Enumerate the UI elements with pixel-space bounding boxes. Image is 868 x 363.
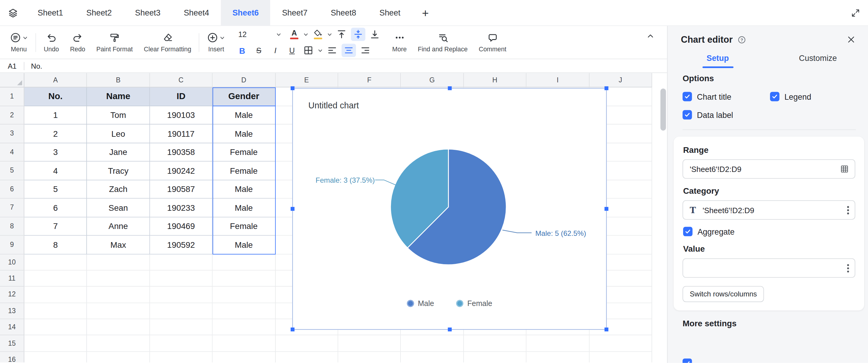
cell[interactable] xyxy=(213,319,275,335)
sheet-tab-sheet6[interactable]: Sheet6 xyxy=(221,0,270,26)
row-header-4[interactable]: 4 xyxy=(0,143,25,162)
cell[interactable]: Zach xyxy=(87,180,150,199)
cell[interactable] xyxy=(213,254,275,270)
column-header-f[interactable]: F xyxy=(338,73,401,88)
cell[interactable] xyxy=(150,335,213,352)
insert-button[interactable]: Insert xyxy=(202,26,230,59)
help-icon[interactable]: ? xyxy=(737,35,746,44)
cell[interactable] xyxy=(150,319,213,335)
category-menu-icon[interactable] xyxy=(847,206,849,214)
expand-icon[interactable] xyxy=(851,8,861,18)
row-header-5[interactable]: 5 xyxy=(0,162,25,180)
cell[interactable]: Name xyxy=(87,88,150,106)
align-left-button[interactable] xyxy=(325,43,340,57)
collapse-toolbar-icon[interactable] xyxy=(646,32,655,41)
aggregate-checkbox[interactable]: Aggregate xyxy=(683,227,855,236)
row-header-2[interactable]: 2 xyxy=(0,106,25,125)
column-header-a[interactable]: A xyxy=(25,73,87,88)
cell[interactable] xyxy=(87,352,150,362)
cell[interactable] xyxy=(25,319,87,335)
add-sheet-button[interactable]: + xyxy=(419,6,432,19)
cell[interactable]: Male xyxy=(213,199,275,217)
vertical-scrollbar[interactable] xyxy=(660,89,666,359)
cell[interactable]: 8 xyxy=(25,236,87,254)
cell[interactable]: Sean xyxy=(87,199,150,217)
sheet-tab-sheet4[interactable]: Sheet4 xyxy=(172,0,221,26)
chart-resize-handle[interactable] xyxy=(447,328,451,331)
cell[interactable]: 190469 xyxy=(150,217,213,235)
row-header-16[interactable]: 16 xyxy=(0,352,25,362)
category-input[interactable]: T 'Sheet6'!D2:D9 xyxy=(683,200,855,220)
cell[interactable] xyxy=(25,303,87,319)
switch-rows-columns-button[interactable]: Switch rows/columns xyxy=(683,286,764,302)
row-header-7[interactable]: 7 xyxy=(0,199,25,217)
column-header-i[interactable]: I xyxy=(527,73,589,88)
row-header-6[interactable]: 6 xyxy=(0,180,25,199)
chevron-down-icon[interactable] xyxy=(304,32,309,37)
cell[interactable] xyxy=(150,270,213,287)
cell[interactable] xyxy=(464,335,527,352)
cell[interactable] xyxy=(25,270,87,287)
column-header-e[interactable]: E xyxy=(275,73,338,88)
tab-customize[interactable]: Customize xyxy=(768,51,868,68)
cell[interactable]: Tom xyxy=(87,106,150,125)
value-menu-icon[interactable] xyxy=(847,264,849,272)
column-header-g[interactable]: G xyxy=(401,73,464,88)
clear-formatting-button[interactable]: Clear Formatting xyxy=(138,26,197,59)
formula-input[interactable]: No. xyxy=(25,62,42,70)
column-header-j[interactable]: J xyxy=(589,73,652,88)
cell[interactable]: 190103 xyxy=(150,106,213,125)
cell[interactable] xyxy=(213,303,275,319)
cell[interactable]: Male xyxy=(213,180,275,199)
cell[interactable]: 1 xyxy=(25,106,87,125)
text-color-button[interactable]: A xyxy=(287,28,301,41)
cell[interactable] xyxy=(87,303,150,319)
bold-button[interactable]: B xyxy=(235,43,249,57)
sheet-tab-sheet8[interactable]: Sheet8 xyxy=(319,0,368,26)
cell[interactable]: Tracy xyxy=(87,162,150,180)
chevron-down-icon[interactable] xyxy=(318,48,323,53)
row-header-14[interactable]: 14 xyxy=(0,319,25,335)
chevron-down-icon[interactable] xyxy=(328,32,333,37)
cell[interactable]: Gender xyxy=(213,88,275,106)
cell[interactable] xyxy=(87,270,150,287)
cell[interactable] xyxy=(527,335,589,352)
cell[interactable]: 190587 xyxy=(150,180,213,199)
cell[interactable]: Male xyxy=(213,106,275,125)
cell[interactable] xyxy=(25,352,87,362)
cell[interactable] xyxy=(150,303,213,319)
cell[interactable] xyxy=(150,287,213,303)
row-header-10[interactable]: 10 xyxy=(0,254,25,270)
cell[interactable] xyxy=(25,287,87,303)
cell[interactable] xyxy=(25,254,87,270)
cell[interactable]: ID xyxy=(150,88,213,106)
chart-resize-handle[interactable] xyxy=(604,86,609,90)
row-header-9[interactable]: 9 xyxy=(0,236,25,254)
column-header-c[interactable]: C xyxy=(150,73,213,88)
select-range-icon[interactable] xyxy=(840,164,849,174)
chart-resize-handle[interactable] xyxy=(604,207,609,211)
column-header-h[interactable]: H xyxy=(464,73,527,88)
chart-object[interactable]: Untitled chart Female: 3 (37.5%) Male: 5… xyxy=(292,88,607,330)
row-header-15[interactable]: 15 xyxy=(0,335,25,352)
cell[interactable] xyxy=(338,352,401,362)
cell[interactable] xyxy=(150,254,213,270)
chart-resize-handle[interactable] xyxy=(291,86,294,90)
cell[interactable] xyxy=(25,335,87,352)
cell[interactable]: 190242 xyxy=(150,162,213,180)
cell[interactable]: No. xyxy=(25,88,87,106)
legend-checkbox[interactable]: Legend xyxy=(770,92,868,101)
redo-button[interactable]: Redo xyxy=(64,26,91,59)
cell[interactable] xyxy=(401,335,464,352)
row-header-12[interactable]: 12 xyxy=(0,287,25,303)
range-input[interactable]: 'Sheet6'!D2:D9 xyxy=(683,159,855,179)
tab-setup[interactable]: Setup xyxy=(668,51,768,68)
fill-color-button[interactable] xyxy=(311,28,325,41)
cell[interactable]: 2 xyxy=(25,125,87,143)
cell-reference[interactable]: A1 xyxy=(0,62,24,70)
align-center-button[interactable] xyxy=(342,43,356,57)
cell[interactable]: Jane xyxy=(87,143,150,162)
cell[interactable]: 3 xyxy=(25,143,87,162)
more-button[interactable]: More xyxy=(386,26,412,59)
italic-button[interactable]: I xyxy=(268,43,283,57)
